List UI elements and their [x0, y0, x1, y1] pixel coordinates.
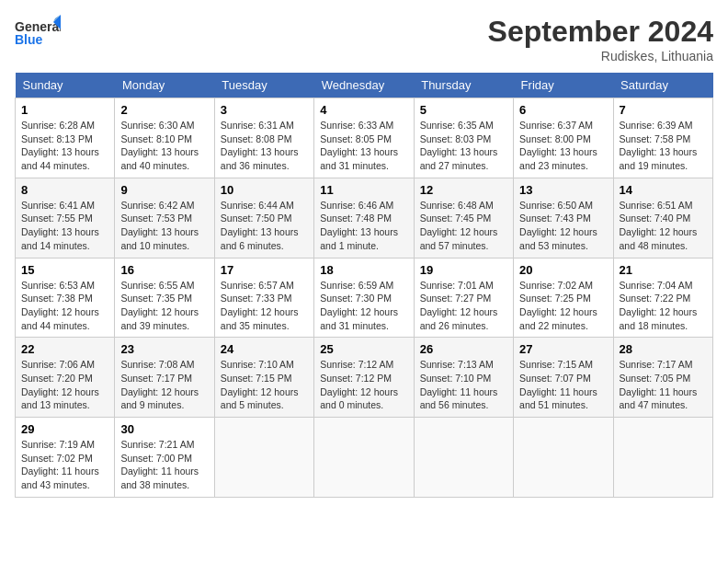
- day-info: Sunrise: 6:37 AMSunset: 8:00 PMDaylight:…: [519, 119, 607, 173]
- week-row-4: 22Sunrise: 7:06 AMSunset: 7:20 PMDayligh…: [16, 338, 713, 418]
- location-title: Rudiskes, Lithuania: [488, 49, 713, 63]
- day-info: Sunrise: 7:06 AMSunset: 7:20 PMDaylight:…: [21, 358, 108, 412]
- calendar-table: SundayMondayTuesdayWednesdayThursdayFrid…: [15, 73, 713, 498]
- weekday-saturday: Saturday: [613, 73, 712, 98]
- day-cell: 16Sunrise: 6:55 AMSunset: 7:35 PMDayligh…: [115, 258, 214, 338]
- day-number: 25: [320, 342, 407, 356]
- day-info: Sunrise: 6:44 AMSunset: 7:50 PMDaylight:…: [221, 199, 308, 253]
- day-number: 14: [620, 183, 707, 197]
- day-cell: 4Sunrise: 6:33 AMSunset: 8:05 PMDaylight…: [314, 98, 414, 178]
- day-info: Sunrise: 6:57 AMSunset: 7:33 PMDaylight:…: [221, 279, 308, 333]
- day-number: 6: [519, 103, 607, 117]
- day-cell: 26Sunrise: 7:13 AMSunset: 7:10 PMDayligh…: [414, 338, 513, 418]
- weekday-friday: Friday: [514, 73, 613, 98]
- day-number: 23: [120, 342, 208, 356]
- day-cell: 23Sunrise: 7:08 AMSunset: 7:17 PMDayligh…: [115, 338, 214, 418]
- day-info: Sunrise: 6:51 AMSunset: 7:40 PMDaylight:…: [620, 199, 707, 253]
- day-number: 8: [21, 183, 108, 197]
- day-cell: 27Sunrise: 7:15 AMSunset: 7:07 PMDayligh…: [514, 338, 613, 418]
- day-info: Sunrise: 6:46 AMSunset: 7:48 PMDaylight:…: [320, 199, 407, 253]
- day-info: Sunrise: 7:08 AMSunset: 7:17 PMDaylight:…: [120, 358, 208, 412]
- day-cell: 8Sunrise: 6:41 AMSunset: 7:55 PMDaylight…: [16, 178, 115, 258]
- weekday-wednesday: Wednesday: [314, 73, 414, 98]
- day-number: 19: [420, 263, 507, 277]
- day-info: Sunrise: 6:41 AMSunset: 7:55 PMDaylight:…: [21, 199, 108, 253]
- weekday-header-row: SundayMondayTuesdayWednesdayThursdayFrid…: [16, 73, 713, 98]
- day-cell: 28Sunrise: 7:17 AMSunset: 7:05 PMDayligh…: [613, 338, 712, 418]
- day-cell: 17Sunrise: 6:57 AMSunset: 7:33 PMDayligh…: [214, 258, 313, 338]
- day-info: Sunrise: 7:13 AMSunset: 7:10 PMDaylight:…: [420, 358, 507, 412]
- day-info: Sunrise: 7:02 AMSunset: 7:25 PMDaylight:…: [519, 279, 607, 333]
- day-cell: 20Sunrise: 7:02 AMSunset: 7:25 PMDayligh…: [514, 258, 613, 338]
- day-info: Sunrise: 6:59 AMSunset: 7:30 PMDaylight:…: [320, 279, 407, 333]
- week-row-5: 29Sunrise: 7:19 AMSunset: 7:02 PMDayligh…: [16, 418, 713, 498]
- day-cell: 7Sunrise: 6:39 AMSunset: 7:58 PMDaylight…: [613, 98, 712, 178]
- day-number: 21: [620, 263, 707, 277]
- day-number: 11: [320, 183, 407, 197]
- day-number: 13: [519, 183, 607, 197]
- day-cell: 13Sunrise: 6:50 AMSunset: 7:43 PMDayligh…: [514, 178, 613, 258]
- day-number: 15: [21, 263, 108, 277]
- day-info: Sunrise: 6:55 AMSunset: 7:35 PMDaylight:…: [120, 279, 208, 333]
- day-cell: 29Sunrise: 7:19 AMSunset: 7:02 PMDayligh…: [16, 418, 115, 498]
- day-info: Sunrise: 7:01 AMSunset: 7:27 PMDaylight:…: [420, 279, 507, 333]
- day-number: 30: [120, 422, 208, 436]
- calendar-body: 1Sunrise: 6:28 AMSunset: 8:13 PMDaylight…: [16, 98, 713, 498]
- day-number: 4: [320, 103, 407, 117]
- week-row-1: 1Sunrise: 6:28 AMSunset: 8:13 PMDaylight…: [16, 98, 713, 178]
- day-number: 24: [221, 342, 308, 356]
- day-cell: 10Sunrise: 6:44 AMSunset: 7:50 PMDayligh…: [214, 178, 313, 258]
- header: General Blue September 2024 Rudiskes, Li…: [15, 15, 713, 63]
- day-info: Sunrise: 7:10 AMSunset: 7:15 PMDaylight:…: [221, 358, 308, 412]
- week-row-2: 8Sunrise: 6:41 AMSunset: 7:55 PMDaylight…: [16, 178, 713, 258]
- day-cell: 1Sunrise: 6:28 AMSunset: 8:13 PMDaylight…: [16, 98, 115, 178]
- day-info: Sunrise: 6:50 AMSunset: 7:43 PMDaylight:…: [519, 199, 607, 253]
- day-info: Sunrise: 6:53 AMSunset: 7:38 PMDaylight:…: [21, 279, 108, 333]
- day-cell: 25Sunrise: 7:12 AMSunset: 7:12 PMDayligh…: [314, 338, 414, 418]
- day-cell: [214, 418, 313, 498]
- title-area: September 2024 Rudiskes, Lithuania: [488, 15, 713, 63]
- day-number: 29: [21, 422, 108, 436]
- day-info: Sunrise: 6:33 AMSunset: 8:05 PMDaylight:…: [320, 119, 407, 173]
- day-number: 28: [620, 342, 707, 356]
- day-number: 27: [519, 342, 607, 356]
- day-info: Sunrise: 7:04 AMSunset: 7:22 PMDaylight:…: [620, 279, 707, 333]
- day-cell: [414, 418, 513, 498]
- day-number: 10: [221, 183, 308, 197]
- day-info: Sunrise: 7:12 AMSunset: 7:12 PMDaylight:…: [320, 358, 407, 412]
- weekday-sunday: Sunday: [16, 73, 115, 98]
- day-info: Sunrise: 6:30 AMSunset: 8:10 PMDaylight:…: [120, 119, 208, 173]
- weekday-thursday: Thursday: [414, 73, 513, 98]
- day-cell: 12Sunrise: 6:48 AMSunset: 7:45 PMDayligh…: [414, 178, 513, 258]
- day-number: 26: [420, 342, 507, 356]
- day-info: Sunrise: 6:35 AMSunset: 8:03 PMDaylight:…: [420, 119, 507, 173]
- day-info: Sunrise: 7:17 AMSunset: 7:05 PMDaylight:…: [620, 358, 707, 412]
- day-cell: 3Sunrise: 6:31 AMSunset: 8:08 PMDaylight…: [214, 98, 313, 178]
- day-cell: 9Sunrise: 6:42 AMSunset: 7:53 PMDaylight…: [115, 178, 214, 258]
- day-cell: 21Sunrise: 7:04 AMSunset: 7:22 PMDayligh…: [613, 258, 712, 338]
- day-info: Sunrise: 6:28 AMSunset: 8:13 PMDaylight:…: [21, 119, 108, 173]
- day-number: 12: [420, 183, 507, 197]
- day-cell: 6Sunrise: 6:37 AMSunset: 8:00 PMDaylight…: [514, 98, 613, 178]
- day-info: Sunrise: 6:39 AMSunset: 7:58 PMDaylight:…: [620, 119, 707, 173]
- logo: General Blue: [15, 15, 61, 55]
- day-info: Sunrise: 6:31 AMSunset: 8:08 PMDaylight:…: [221, 119, 308, 173]
- day-number: 9: [120, 183, 208, 197]
- weekday-tuesday: Tuesday: [214, 73, 313, 98]
- weekday-monday: Monday: [115, 73, 214, 98]
- svg-text:Blue: Blue: [15, 32, 43, 47]
- day-number: 17: [221, 263, 308, 277]
- day-cell: [613, 418, 712, 498]
- day-info: Sunrise: 7:19 AMSunset: 7:02 PMDaylight:…: [21, 438, 108, 492]
- day-info: Sunrise: 7:21 AMSunset: 7:00 PMDaylight:…: [120, 438, 208, 492]
- day-cell: 30Sunrise: 7:21 AMSunset: 7:00 PMDayligh…: [115, 418, 214, 498]
- day-cell: 15Sunrise: 6:53 AMSunset: 7:38 PMDayligh…: [16, 258, 115, 338]
- day-cell: 22Sunrise: 7:06 AMSunset: 7:20 PMDayligh…: [16, 338, 115, 418]
- day-info: Sunrise: 6:48 AMSunset: 7:45 PMDaylight:…: [420, 199, 507, 253]
- day-number: 18: [320, 263, 407, 277]
- day-number: 3: [221, 103, 308, 117]
- logo-icon: General Blue: [15, 15, 61, 55]
- day-cell: 14Sunrise: 6:51 AMSunset: 7:40 PMDayligh…: [613, 178, 712, 258]
- day-info: Sunrise: 6:42 AMSunset: 7:53 PMDaylight:…: [120, 199, 208, 253]
- day-cell: [514, 418, 613, 498]
